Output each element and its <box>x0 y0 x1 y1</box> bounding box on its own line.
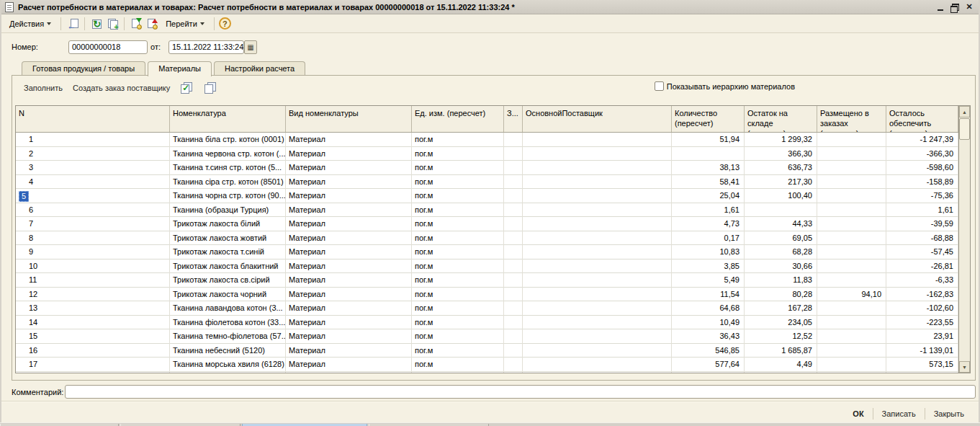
table-row[interactable]: 8Трикотаж лакоста жовтийМатериалпог.м0,1… <box>16 231 958 246</box>
cell-order[interactable] <box>504 288 523 302</box>
cell-name[interactable]: Тканина (образци Турция) <box>170 203 286 218</box>
cell-qty[interactable]: 10,83 <box>672 245 745 259</box>
cell-qty[interactable]: 5,49 <box>672 273 745 288</box>
comment-input[interactable] <box>65 385 976 399</box>
minimize-button[interactable] <box>935 2 945 12</box>
cell-stock[interactable]: 44,33 <box>745 217 817 231</box>
cell-placed[interactable] <box>817 189 886 203</box>
scroll-up-button[interactable]: ▲ <box>959 106 970 117</box>
cell-kind[interactable]: Материал <box>286 344 412 358</box>
cell-supplier[interactable] <box>523 344 672 358</box>
cell-unit[interactable]: пог.м <box>412 288 504 302</box>
cell-placed[interactable] <box>817 245 886 259</box>
cell-order[interactable] <box>504 231 523 246</box>
cell-placed[interactable] <box>817 217 886 231</box>
cell-kind[interactable]: Материал <box>286 189 412 203</box>
cell-n[interactable]: 15 <box>16 329 170 344</box>
cell-placed[interactable] <box>817 329 886 344</box>
cell-name[interactable]: Трикотаж лакоста блакитний <box>170 259 286 274</box>
cell-placed[interactable]: 94,10 <box>817 288 886 302</box>
cell-stock[interactable]: 234,05 <box>745 316 817 330</box>
cell-stock[interactable]: 12,52 <box>745 329 817 344</box>
cell-unit[interactable]: пог.м <box>412 358 504 372</box>
cell-supplier[interactable] <box>523 203 672 218</box>
cell-qty[interactable]: 4,73 <box>672 217 745 231</box>
table-row[interactable]: 14Тканина фіолетова котон (33...Материал… <box>16 316 958 330</box>
cell-remaining[interactable]: -57,45 <box>886 245 958 259</box>
cell-unit[interactable]: пог.м <box>412 203 504 218</box>
cell-qty[interactable] <box>672 147 745 161</box>
cell-kind[interactable]: Материал <box>286 175 412 190</box>
cell-unit[interactable]: пог.м <box>412 189 504 203</box>
cell-order[interactable] <box>504 203 523 218</box>
cell-stock[interactable]: 11,83 <box>745 273 817 288</box>
cell-n[interactable]: 13 <box>16 301 170 316</box>
cell-qty[interactable]: 36,43 <box>672 329 745 344</box>
cell-kind[interactable]: Материал <box>286 273 412 288</box>
cell-n[interactable]: 8 <box>16 231 170 246</box>
cell-stock[interactable]: 4,49 <box>745 358 817 372</box>
cell-order[interactable] <box>504 301 523 316</box>
cell-name[interactable]: Трикотаж лакоста білий <box>170 217 286 231</box>
cell-stock[interactable]: 366,30 <box>745 147 817 161</box>
cell-unit[interactable]: пог.м <box>412 175 504 190</box>
calendar-button[interactable]: ▦ <box>244 40 257 54</box>
column-header-order[interactable]: З... <box>504 106 523 132</box>
cell-qty[interactable]: 64,68 <box>672 301 745 316</box>
cell-order[interactable] <box>504 189 523 203</box>
cell-kind[interactable]: Материал <box>286 358 412 372</box>
cell-name[interactable]: Тканина біла стр. котон (0001) <box>170 133 286 147</box>
fill-button[interactable]: Заполнить <box>24 84 63 92</box>
cell-kind[interactable]: Материал <box>286 329 412 344</box>
cell-unit[interactable]: пог.м <box>412 133 504 147</box>
cell-supplier[interactable] <box>523 301 672 316</box>
cell-remaining[interactable]: -75,36 <box>886 189 958 203</box>
cell-n[interactable]: 14 <box>16 316 170 330</box>
vertical-scrollbar[interactable]: ▲ ▼ <box>958 106 970 373</box>
cell-stock[interactable]: 167,28 <box>745 301 817 316</box>
column-header-name[interactable]: Номенклатура <box>170 106 286 132</box>
date-input[interactable]: 15.11.2022 11:33:24 <box>168 40 244 54</box>
cell-qty[interactable]: 546,85 <box>672 344 745 358</box>
cell-unit[interactable]: пог.м <box>412 372 504 373</box>
column-header-n[interactable]: N <box>16 106 170 132</box>
cell-name[interactable]: Тканина червона стр. котон (... <box>170 147 286 161</box>
cell-remaining[interactable]: -102,60 <box>886 301 958 316</box>
hierarchy-checkbox[interactable] <box>655 81 664 91</box>
cell-kind[interactable]: Материал <box>286 316 412 330</box>
scrollbar-thumb[interactable] <box>959 118 970 140</box>
close-form-button[interactable]: Закрыть <box>925 407 973 420</box>
cell-remaining[interactable]: -39,59 <box>886 217 958 231</box>
cell-remaining[interactable]: -1 247,39 <box>886 133 958 147</box>
cell-placed[interactable] <box>817 344 886 358</box>
cell-qty[interactable]: 0,17 <box>672 231 745 246</box>
cell-placed[interactable] <box>817 372 886 373</box>
cell-order[interactable] <box>504 245 523 259</box>
cell-name[interactable]: Тканина ... (3334) <box>170 372 286 373</box>
cell-order[interactable] <box>504 175 523 190</box>
cell-placed[interactable] <box>817 175 886 190</box>
cell-unit[interactable]: пог.м <box>412 161 504 175</box>
cell-kind[interactable]: Материал <box>286 288 412 302</box>
cell-supplier[interactable] <box>523 288 672 302</box>
tab-1[interactable]: Материалы <box>148 61 212 76</box>
cell-unit[interactable]: пог.м <box>412 259 504 274</box>
column-header-kind[interactable]: Вид номенклатуры <box>286 106 412 132</box>
cell-remaining[interactable]: 23,91 <box>886 329 958 344</box>
table-row[interactable]: 6Тканина (образци Турция)Материалпог.м1,… <box>16 203 958 218</box>
cell-qty[interactable]: 254,31 <box>672 372 745 373</box>
cell-n[interactable]: 11 <box>16 273 170 288</box>
cell-kind[interactable]: Материал <box>286 372 412 373</box>
number-input[interactable]: 00000000018 <box>68 40 148 54</box>
cell-qty[interactable]: 3,85 <box>672 259 745 274</box>
cell-remaining[interactable]: -68,88 <box>886 231 958 246</box>
cell-n[interactable]: 12 <box>16 288 170 302</box>
cell-supplier[interactable] <box>523 161 672 175</box>
table-row[interactable]: 13Тканина лавандова котон (3...Материалп… <box>16 301 958 316</box>
cell-unit[interactable]: пог.м <box>412 344 504 358</box>
cell-stock[interactable]: 30,66 <box>745 259 817 274</box>
actions-menu-button[interactable]: Действия <box>4 17 56 30</box>
cell-n[interactable]: 17 <box>16 358 170 372</box>
table-row[interactable]: 15Тканина темно-фіолетова (57...Материал… <box>16 329 958 344</box>
cell-unit[interactable]: пог.м <box>412 329 504 344</box>
